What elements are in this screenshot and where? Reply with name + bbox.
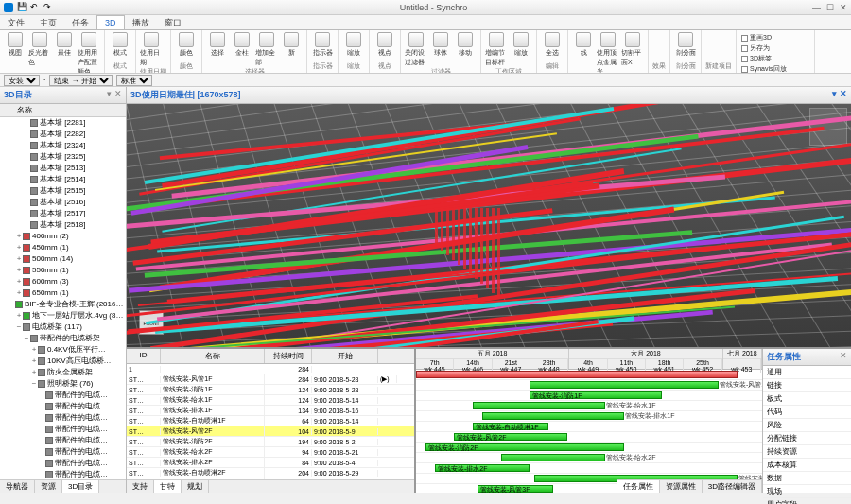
ribbon-side-item[interactable]: 3D标签: [741, 54, 809, 63]
tree-node[interactable]: 带配件的电缆…: [0, 458, 126, 469]
task-row[interactable]: ST…管线安装-自动喷淋1F649:00 2018-5-14: [127, 416, 414, 426]
gantt-bar[interactable]: 管线安装-消防1F: [530, 391, 662, 399]
ribbon-btn[interactable]: 视图: [4, 32, 26, 74]
tree-node[interactable]: 基本墙 [2324]: [0, 140, 126, 151]
prop-item[interactable]: 分配链接: [763, 432, 851, 445]
ribbon-btn[interactable]: 使用用户配置颜色: [78, 32, 100, 74]
task-row[interactable]: ST…管线安装-给水2F949:00 2018-5-21: [127, 447, 414, 458]
prop-item[interactable]: 用户字段: [763, 498, 851, 504]
tree-node[interactable]: +10KV高压电缆桥…: [0, 356, 126, 367]
gantt-bar[interactable]: 管线安装-消防2F: [426, 443, 624, 451]
task-col-header[interactable]: 持续时间: [265, 349, 312, 363]
gantt-bar[interactable]: 管线安装-排水2F: [435, 464, 530, 472]
task-row[interactable]: ST…管线安装-排水2F849:00 2018-5-4: [127, 458, 414, 468]
ribbon-btn[interactable]: 增加全部: [255, 32, 278, 67]
bottom-tab[interactable]: 甘特: [154, 480, 182, 493]
tree-node[interactable]: 带配件的电缆…: [0, 435, 126, 446]
tree-node[interactable]: 带配件的电缆…: [0, 401, 126, 412]
ribbon-btn[interactable]: 使用日期: [140, 32, 163, 67]
gantt[interactable]: 五月 20187thwk 44514thwk 44621stwk 44728th…: [416, 349, 762, 493]
tree-node[interactable]: −带配件的电缆桥架: [0, 333, 126, 344]
ribbon-side-item[interactable]: 重画3D: [741, 33, 809, 43]
tree-node[interactable]: 带配件的电缆…: [0, 424, 126, 435]
prop-item[interactable]: 数据: [763, 472, 851, 485]
task-col-header[interactable]: 名称: [161, 349, 265, 363]
prop-item[interactable]: 风险: [763, 419, 851, 432]
gantt-bar[interactable]: 管线安装-自动喷淋1F: [473, 423, 548, 430]
standard-select[interactable]: 标准: [116, 75, 152, 86]
ribbon-btn[interactable]: 颜色: [175, 32, 198, 58]
task-row[interactable]: ST…管线安装-风管1F2849:00 2018-5-28(▶): [127, 374, 414, 385]
tree-node[interactable]: +400mm (2): [0, 231, 126, 242]
panel-controls[interactable]: ▾ ✕: [107, 89, 122, 101]
gantt-bar[interactable]: 管线安装-给水2F: [501, 454, 605, 461]
tree-node[interactable]: 基本墙 [2516]: [0, 197, 126, 208]
tree-node[interactable]: −BIF-全专业合模-王辉 (2016…: [0, 299, 126, 310]
ribbon-btn[interactable]: 线: [572, 32, 595, 74]
tab-播放[interactable]: 播放: [125, 15, 157, 29]
tree-node[interactable]: +650mm (1): [0, 287, 126, 299]
prop-item[interactable]: 链接: [763, 379, 851, 392]
ribbon-btn[interactable]: 球体: [429, 32, 452, 67]
view-controls[interactable]: ▾ ✕: [832, 89, 847, 101]
gantt-bar[interactable]: 管线安装-风管1F: [530, 381, 719, 389]
tree[interactable]: 基本墙 [2281]基本墙 [2282]基本墙 [2324]基本墙 [2325]…: [0, 117, 126, 479]
right-panel-controls[interactable]: ✕: [840, 351, 847, 363]
right-tab[interactable]: 资源属性: [660, 480, 703, 493]
gantt-bar[interactable]: 管线安装-排水1F: [482, 412, 624, 420]
right-tab[interactable]: 任务属性: [617, 480, 660, 493]
tree-node[interactable]: 基本墙 [2515]: [0, 185, 126, 197]
tab-窗口[interactable]: 窗口: [157, 15, 189, 29]
ribbon-btn[interactable]: 使用顶点金属光: [597, 32, 619, 74]
ribbon-btn[interactable]: 指示器: [311, 32, 334, 58]
prop-item[interactable]: 持续资源: [763, 445, 851, 459]
tree-node[interactable]: 带配件的电缆…: [0, 412, 126, 424]
tree-node[interactable]: −电缆桥架 (117): [0, 322, 126, 333]
right-tab[interactable]: 3D路径编辑器: [703, 480, 762, 493]
gantt-bar[interactable]: 管线安装-风管2F: [454, 433, 567, 441]
tree-node[interactable]: −照明桥架 (76): [0, 378, 126, 390]
link-type-select[interactable]: 结束 → 开始: [49, 75, 113, 86]
task-list-body[interactable]: 1284ST…管线安装-风管1F2849:00 2018-5-28(▶)ST…管…: [127, 364, 414, 479]
tree-node[interactable]: 基本墙 [2281]: [0, 117, 126, 129]
ribbon-btn[interactable]: 缩放: [342, 32, 365, 58]
tree-node[interactable]: +0.4KV低压平行…: [0, 344, 126, 356]
gantt-body[interactable]: 管线安装-风管1F管线安装-消防1F管线安装-给水1F管线安装-排水1F管线安装…: [416, 370, 762, 493]
maximize-icon[interactable]: ☐: [826, 3, 834, 12]
gantt-bar[interactable]: [416, 371, 738, 378]
tree-node[interactable]: 基本墙 [2514]: [0, 174, 126, 185]
tree-node[interactable]: +550mm (1): [0, 265, 126, 276]
bottom-tab[interactable]: 规划: [182, 480, 209, 493]
task-row[interactable]: ST…管线安装-给水1F1249:00 2018-5-14: [127, 395, 414, 406]
left-tab[interactable]: 资源: [35, 480, 62, 493]
ribbon-btn[interactable]: 全选: [541, 32, 564, 58]
task-row[interactable]: ST…管线安装-自动喷淋2F2049:00 2018-5-29: [127, 468, 414, 478]
ribbon-btn[interactable]: 移动: [454, 32, 477, 67]
tab-文件[interactable]: 文件: [0, 15, 32, 29]
tree-node[interactable]: +防火金属桥架…: [0, 367, 126, 378]
tree-node[interactable]: +500mm (14): [0, 253, 126, 265]
task-row[interactable]: ST…管线安装-消防1F1249:00 2018-5-28: [127, 385, 414, 395]
tree-node[interactable]: 基本墙 [2517]: [0, 208, 126, 219]
tree-col-header[interactable]: 名称: [0, 104, 126, 117]
task-row[interactable]: 1284: [127, 364, 414, 374]
tree-node[interactable]: +地下一层站厅层水.4vg (8…: [0, 310, 126, 322]
ribbon-btn[interactable]: 切割平面X: [621, 32, 644, 74]
task-col-header[interactable]: 开始: [312, 349, 378, 363]
qat-undo-icon[interactable]: ↶: [30, 2, 42, 13]
prop-item[interactable]: 代码: [763, 406, 851, 419]
prop-item[interactable]: 板式: [763, 392, 851, 406]
qat-save-icon[interactable]: 💾: [17, 2, 28, 13]
ribbon-btn[interactable]: 关闭设过滤器: [405, 32, 427, 67]
tree-node[interactable]: 带配件的电缆…: [0, 446, 126, 458]
install-select[interactable]: 安装: [4, 75, 40, 86]
tab-主页[interactable]: 主页: [32, 15, 64, 29]
gantt-bar[interactable]: 管线安装-给水1F: [473, 402, 605, 409]
task-row[interactable]: ST…管线安装-排水1F1349:00 2018-5-16: [127, 406, 414, 416]
viewport-3d[interactable]: FRONT: [127, 104, 851, 347]
tab-任务[interactable]: 任务: [64, 15, 96, 29]
tree-node[interactable]: +450mm (1): [0, 242, 126, 253]
tree-node[interactable]: 带配件的电缆…: [0, 469, 126, 479]
qat-redo-icon[interactable]: ↷: [43, 2, 55, 13]
tree-node[interactable]: 带配件的电缆…: [0, 390, 126, 401]
